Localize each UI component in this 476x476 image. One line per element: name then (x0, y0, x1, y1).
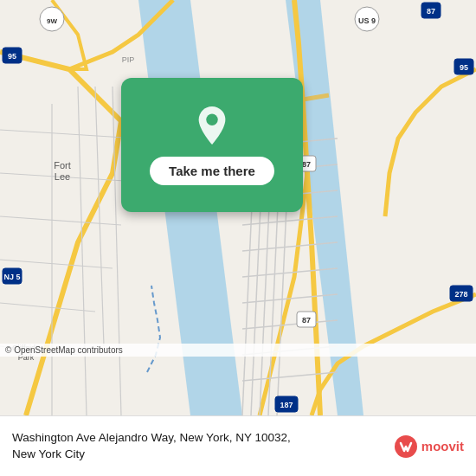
svg-text:87: 87 (427, 7, 435, 16)
footer-address-block: Washington Ave Alejandro Way, New York, … (12, 430, 291, 463)
moovit-logo: moovit (394, 434, 464, 459)
moovit-brand-icon (394, 434, 418, 459)
svg-text:95: 95 (8, 52, 16, 61)
svg-text:95: 95 (460, 63, 468, 72)
svg-text:Lee: Lee (55, 171, 70, 182)
svg-text:US 9: US 9 (358, 16, 376, 25)
svg-point-53 (206, 114, 217, 125)
svg-text:87: 87 (302, 316, 311, 325)
map-container: 87 87 US 9 9W 95 95 278 NJ 5 87 187 Fort… (0, 0, 476, 415)
attribution-text: © OpenStreetMap contributors (5, 345, 123, 355)
svg-text:187: 187 (280, 401, 293, 409)
address-line2: New York City (12, 447, 291, 463)
take-me-there-button[interactable]: Take me there (150, 157, 274, 185)
svg-text:87: 87 (302, 160, 311, 169)
footer: Washington Ave Alejandro Way, New York, … (0, 415, 476, 476)
map-attribution: © OpenStreetMap contributors (0, 344, 476, 357)
svg-text:NJ 5: NJ 5 (3, 273, 20, 281)
svg-text:278: 278 (454, 290, 467, 299)
svg-text:PIP: PIP (122, 55, 135, 64)
svg-text:Fort: Fort (54, 160, 71, 170)
svg-text:9W: 9W (47, 17, 57, 25)
location-pin-icon (195, 105, 229, 146)
moovit-brand-text: moovit (421, 439, 464, 453)
location-card: Take me there (121, 78, 303, 212)
address-line1: Washington Ave Alejandro Way, New York, … (12, 430, 291, 447)
